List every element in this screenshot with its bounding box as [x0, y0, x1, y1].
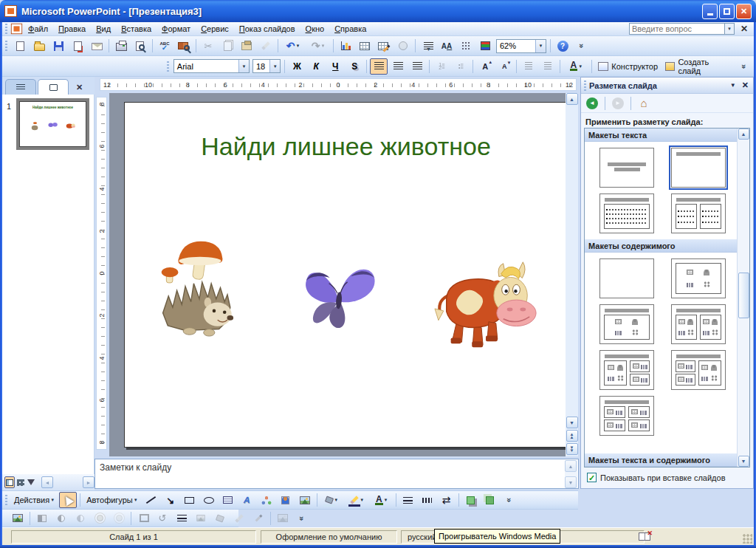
reset-picture-button[interactable]: [274, 510, 292, 527]
scroll-left-button[interactable]: ◄: [41, 476, 53, 488]
clip-art-button[interactable]: [277, 492, 295, 508]
bold-button[interactable]: Ж: [288, 58, 306, 75]
menu-tools[interactable]: Сервис: [196, 23, 234, 35]
layouts-scroll-up[interactable]: ▲: [738, 129, 749, 140]
print-preview-button[interactable]: [131, 38, 149, 54]
open-button[interactable]: [30, 38, 48, 54]
toolbar-grip[interactable]: [167, 61, 169, 72]
notes-scroll-down[interactable]: ▼: [565, 476, 577, 488]
close-pane-icon[interactable]: ✕: [76, 83, 83, 95]
spelling-button[interactable]: ABC✓: [156, 38, 173, 54]
align-right-button[interactable]: [408, 58, 426, 75]
font-color-button[interactable]: A▼: [371, 492, 393, 508]
wordart-button[interactable]: A: [238, 492, 256, 508]
menu-view[interactable]: Вид: [91, 23, 116, 35]
help-button[interactable]: ?: [554, 38, 571, 54]
save-button[interactable]: [49, 38, 67, 54]
resize-grip[interactable]: [743, 534, 752, 544]
mail-button[interactable]: [88, 38, 106, 54]
slide-title[interactable]: Найди лишнее животное: [125, 132, 567, 161]
tab-outline[interactable]: [5, 79, 36, 95]
3d-style-button[interactable]: [481, 492, 499, 508]
arrow-style-button[interactable]: ⇄: [438, 492, 456, 508]
increase-indent-button[interactable]: [539, 58, 557, 75]
arrow-button[interactable]: ↘: [162, 492, 179, 508]
task-pane-dropdown-icon[interactable]: ▼: [730, 82, 736, 89]
decrease-font-button[interactable]: A▼: [495, 58, 513, 75]
document-close-icon[interactable]: ✕: [740, 24, 748, 34]
layout-title-two-column-text[interactable]: [671, 193, 726, 233]
numbering-button[interactable]: 1≡2≡: [433, 58, 450, 75]
dash-style-button[interactable]: [419, 492, 436, 508]
document-icon[interactable]: [11, 24, 22, 34]
insert-hyperlink-button[interactable]: [394, 38, 412, 54]
underline-button[interactable]: Ч: [326, 58, 344, 75]
research-button[interactable]: [175, 38, 193, 54]
insert-chart-button[interactable]: [337, 38, 354, 54]
line-color-button[interactable]: ▼: [346, 492, 369, 508]
layout-title-content[interactable]: [599, 304, 654, 344]
question-input[interactable]: [629, 23, 725, 35]
menu-slideshow[interactable]: Показ слайдов: [234, 23, 300, 35]
layouts-scroll-down[interactable]: ▼: [738, 456, 749, 467]
layout-title-two-content-and-content[interactable]: [671, 350, 726, 390]
toolbar-options-button[interactable]: »: [735, 58, 753, 75]
task-pane-grip[interactable]: [584, 81, 586, 91]
italic-button[interactable]: К: [307, 58, 325, 75]
slide-sorter-button[interactable]: [16, 476, 26, 488]
slideshow-button[interactable]: [26, 476, 36, 488]
notes-pane[interactable]: Заметки к слайду ▲ ▼: [94, 459, 579, 489]
layout-title-two-content[interactable]: [671, 304, 726, 344]
format-picture-button[interactable]: [230, 510, 248, 527]
close-button[interactable]: ✕: [736, 4, 752, 19]
task-pane-header[interactable]: Разметка слайда ▼ ✕: [581, 78, 753, 94]
layout-title-content-and-two-content[interactable]: [599, 350, 654, 390]
hedgehog-with-mushrooms-image[interactable]: [157, 234, 241, 342]
spelling-status-icon[interactable]: ✕: [639, 532, 650, 541]
oval-button[interactable]: [200, 492, 218, 508]
align-center-button[interactable]: [389, 58, 407, 75]
layout-title-only-selected[interactable]: [671, 148, 726, 188]
layout-content[interactable]: [671, 258, 726, 298]
color-schemes-button[interactable]: [476, 38, 494, 54]
question-dropdown[interactable]: ▼: [725, 23, 735, 35]
tables-borders-button[interactable]: [375, 38, 393, 54]
decrease-indent-button[interactable]: [520, 58, 537, 75]
toolbar-options-button[interactable]: »: [573, 38, 591, 54]
minimize-button[interactable]: [702, 4, 718, 19]
insert-table-button[interactable]: [356, 38, 374, 54]
crop-button[interactable]: [134, 510, 152, 527]
rotate-left-button[interactable]: ↺: [154, 510, 171, 527]
vertical-ruler[interactable]: 86 42 02 46 8: [96, 97, 107, 450]
fill-color-button[interactable]: ▼: [320, 492, 344, 508]
line-style-button[interactable]: [173, 510, 190, 527]
toolbar-options-button[interactable]: »: [501, 492, 518, 508]
align-left-button[interactable]: [370, 58, 388, 75]
size-dropdown-icon[interactable]: ▼: [269, 60, 280, 72]
compress-pictures-button[interactable]: [192, 510, 210, 527]
expand-all-button[interactable]: ▼: [419, 38, 436, 54]
menu-help[interactable]: Справка: [329, 23, 371, 35]
set-transparent-color-button[interactable]: [250, 510, 267, 527]
less-brightness-button[interactable]: [110, 510, 128, 527]
notes-scroll-up[interactable]: ▲: [565, 460, 577, 472]
menu-insert[interactable]: Вставка: [116, 23, 157, 35]
menu-file[interactable]: Файл: [23, 23, 53, 35]
increase-font-button[interactable]: A▲: [476, 58, 494, 75]
line-button[interactable]: [142, 492, 160, 508]
menu-edit[interactable]: Правка: [53, 23, 91, 35]
zoom-dropdown-icon[interactable]: ▼: [535, 40, 546, 52]
menu-window[interactable]: Окно: [300, 23, 330, 35]
toolbar-grip[interactable]: [5, 24, 7, 34]
shadow-style-button[interactable]: [462, 492, 480, 508]
butterfly-image[interactable]: [296, 262, 383, 333]
forward-button[interactable]: ►: [610, 96, 626, 111]
next-slide-button[interactable]: ▼▼: [566, 443, 578, 455]
font-combobox[interactable]: Arial▼: [173, 59, 250, 73]
recolor-picture-button[interactable]: [211, 510, 229, 527]
line-style-button[interactable]: [399, 492, 417, 508]
tab-slides[interactable]: [38, 79, 69, 95]
more-contrast-button[interactable]: [52, 510, 70, 527]
toolbar-grip[interactable]: [5, 41, 7, 51]
show-formatting-button[interactable]: AA: [438, 38, 456, 54]
